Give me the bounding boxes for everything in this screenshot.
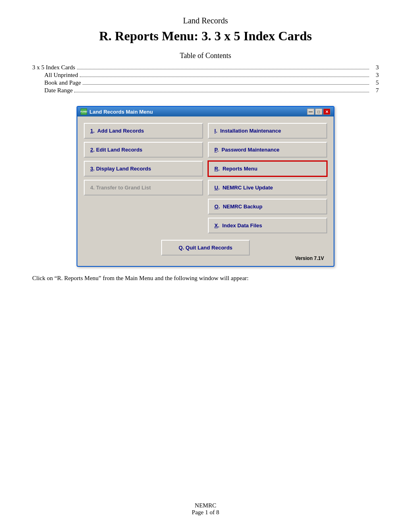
app-icon: FUND [81, 108, 87, 115]
toc-title: Table of Contents [32, 52, 379, 60]
toc-dots [77, 64, 369, 69]
main-menu-window: FUND Land Records Main Menu — □ ✕ 1. Add… [77, 106, 334, 267]
toc-page: 7 [371, 87, 379, 94]
page-footer: NEMRC Page 1 of 8 [0, 502, 411, 516]
minimize-button[interactable]: — [307, 108, 314, 115]
toc-dots [83, 79, 369, 85]
page-title: Land Records [32, 16, 379, 25]
toc-dots [74, 87, 369, 92]
window-footer: Q. Quit Land Records Version 7.1V [77, 240, 334, 266]
toc-dots [80, 72, 369, 77]
toc-page: 3 [371, 72, 379, 79]
footer-company: NEMRC [0, 502, 411, 509]
index-data-files-button[interactable]: X. Index Data Files [208, 218, 327, 233]
toc-item: Book and Page5 [32, 79, 379, 86]
close-button[interactable]: ✕ [323, 108, 330, 115]
password-maintenance-button[interactable]: P. Password Maintenance [208, 142, 327, 158]
nemrc-backup-button[interactable]: O. NEMRC Backup [208, 199, 327, 214]
toc-label: All Unprinted [44, 72, 78, 79]
toc-label: Book and Page [44, 79, 81, 86]
page-subtitle: R. Reports Menu: 3. 3 x 5 Index Cards [32, 29, 379, 44]
edit-land-records-button[interactable]: 2. Edit Land Records [84, 142, 203, 158]
toc-label: Date Range [44, 87, 73, 94]
toc-item: Date Range7 [32, 87, 379, 94]
instruction-text: Click on “R. Reports Menu” from the Main… [32, 275, 379, 282]
window-title: Land Records Main Menu [89, 109, 153, 115]
window-button-grid: 1. Add Land Records 2. Edit Land Records… [77, 116, 334, 240]
reports-menu-button[interactable]: R. Reports Menu [208, 161, 327, 177]
quit-button[interactable]: Q. Quit Land Records [161, 240, 250, 256]
transfer-grand-list-button: 4. Transfer to Grand List [84, 180, 203, 195]
right-column: I. Installation Maintenance P. Password … [208, 123, 327, 233]
titlebar-left: FUND Land Records Main Menu [81, 108, 153, 115]
footer-page-info: Page 1 of 8 [0, 509, 411, 516]
titlebar-controls[interactable]: — □ ✕ [307, 108, 330, 115]
display-land-records-button[interactable]: 3. Display Land Records [84, 161, 203, 177]
window-titlebar: FUND Land Records Main Menu — □ ✕ [77, 107, 334, 116]
toc-page: 5 [371, 79, 379, 86]
add-land-records-button[interactable]: 1. Add Land Records [84, 123, 203, 139]
toc-page: 3 [371, 64, 379, 71]
version-label: Version 7.1V [84, 256, 327, 263]
toc-label: 3 x 5 Index Cards [32, 64, 75, 71]
nemrc-live-update-button[interactable]: U. NEMRC Live Update [208, 180, 327, 195]
toc-item: 3 x 5 Index Cards3 [32, 64, 379, 71]
toc-item: All Unprinted3 [32, 72, 379, 79]
maximize-button[interactable]: □ [315, 108, 322, 115]
left-column: 1. Add Land Records 2. Edit Land Records… [84, 123, 203, 233]
installation-maintenance-button[interactable]: I. Installation Maintenance [208, 123, 327, 139]
table-of-contents: 3 x 5 Index Cards3All Unprinted3Book and… [32, 64, 379, 94]
